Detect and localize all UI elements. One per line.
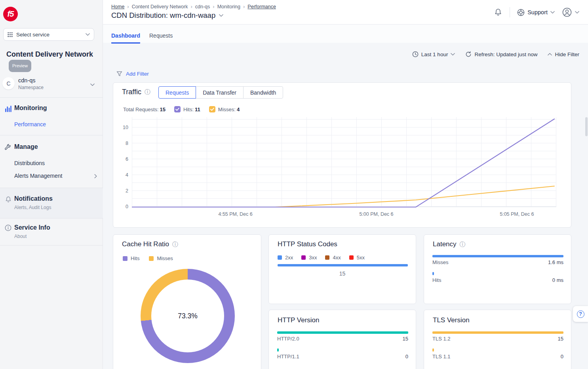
sidebar-item-notifications[interactable]: Notifications Alerts, Audit Logs bbox=[0, 188, 103, 219]
total-requests-stat: Total Requests:15 bbox=[123, 107, 166, 112]
sidebar-item-performance[interactable]: Performance bbox=[14, 121, 46, 127]
breadcrumb-item[interactable]: Home bbox=[111, 4, 124, 10]
cache-legend: HitsMisses bbox=[123, 255, 173, 261]
page-title: CDN Distribution: wm-cdn-waap bbox=[111, 11, 215, 20]
sidebar: f5 Select service Content Delivery Netwo… bbox=[0, 0, 103, 369]
metric-row-labels: HTTP/1.10 bbox=[277, 354, 408, 359]
question-mark-icon: ? bbox=[577, 310, 584, 318]
legend-label: 4xx bbox=[333, 255, 341, 261]
toggle-data-transfer[interactable]: Data Transfer bbox=[196, 86, 244, 99]
legend-swatch bbox=[149, 256, 154, 261]
lifebuoy-icon bbox=[517, 9, 525, 16]
bell-icon bbox=[5, 196, 12, 203]
cache-percentage: 73.3% bbox=[178, 312, 198, 320]
info-icon[interactable]: ⓘ bbox=[145, 88, 150, 96]
hide-filter-toggle[interactable]: Hide Filter bbox=[548, 51, 579, 57]
sidebar-item-distributions[interactable]: Distributions bbox=[14, 160, 45, 166]
legend-swatch bbox=[325, 255, 329, 260]
status-codes-title: HTTP Status Codes bbox=[278, 240, 337, 248]
add-filter-button[interactable]: Add Filter bbox=[116, 71, 149, 77]
hits-checkbox[interactable] bbox=[174, 106, 181, 112]
legend-label: 3xx bbox=[309, 255, 317, 261]
notifications-bell-icon[interactable] bbox=[494, 8, 502, 17]
divider bbox=[0, 218, 103, 219]
http-version-title: HTTP Version bbox=[278, 316, 320, 324]
app-grid-icon bbox=[8, 32, 13, 37]
series-line-hits bbox=[132, 119, 555, 207]
info-icon bbox=[5, 224, 11, 231]
legend-swatch bbox=[349, 255, 354, 260]
support-menu[interactable]: Support bbox=[517, 9, 555, 16]
status-codes-legend: 2xx3xx4xx5xx bbox=[278, 255, 365, 261]
scrollbar-thumb[interactable] bbox=[585, 117, 588, 136]
y-tick-label: 10 bbox=[113, 125, 128, 130]
f5-logo-text: f5 bbox=[8, 10, 14, 19]
x-tick-label: 5:05 PM, Dec 6 bbox=[500, 211, 534, 217]
http-version-bars: HTTP/2.015HTTP/1.10 bbox=[277, 331, 408, 366]
clock-icon bbox=[412, 51, 419, 57]
traffic-line-chart bbox=[132, 117, 556, 207]
notifications-sub: Alerts, Audit Logs bbox=[14, 205, 51, 210]
info-icon[interactable]: ⓘ bbox=[460, 241, 466, 248]
status-2xx-bar bbox=[278, 264, 408, 266]
metric-row-labels: Hits0 ms bbox=[432, 277, 563, 283]
add-filter-label: Add Filter bbox=[126, 71, 149, 77]
legend-item: Misses bbox=[149, 255, 173, 261]
metric-value: 0 bbox=[405, 354, 408, 359]
metric-row-labels: TLS 1.10 bbox=[432, 354, 563, 359]
select-service-label: Select service bbox=[16, 32, 82, 38]
divider bbox=[0, 97, 103, 98]
distribution-selector-chevron[interactable] bbox=[219, 14, 223, 17]
legend-swatch bbox=[301, 255, 306, 260]
latency-card: Latency ⓘ Misses1.6 msHits0 ms bbox=[424, 234, 571, 304]
metric-value: 15 bbox=[558, 336, 563, 342]
breadcrumb-item: Monitoring bbox=[217, 4, 240, 10]
refresh-label: Refresh: Updated just now bbox=[474, 51, 537, 57]
sidebar-item-alerts-management[interactable]: Alerts Management bbox=[14, 173, 62, 179]
divider bbox=[0, 245, 103, 245]
help-button[interactable]: ? bbox=[573, 306, 588, 322]
traffic-metric-toggle: Requests Data Transfer Bandwidth bbox=[158, 86, 283, 99]
toggle-bandwidth[interactable]: Bandwidth bbox=[243, 86, 283, 99]
metric-label: Hits bbox=[432, 277, 441, 283]
status-bar-value: 15 bbox=[269, 270, 416, 277]
latency-title: Latency bbox=[433, 240, 457, 248]
user-avatar-icon bbox=[562, 7, 572, 17]
metric-row-labels: HTTP/2.015 bbox=[277, 336, 408, 342]
legend-label: 5xx bbox=[357, 255, 365, 261]
f5-logo[interactable]: f5 bbox=[3, 7, 18, 21]
sidebar-item-monitoring[interactable]: Monitoring bbox=[14, 105, 47, 112]
legend-swatch bbox=[123, 256, 127, 261]
legend-item: 3xx bbox=[301, 255, 317, 261]
metric-value: 15 bbox=[403, 336, 408, 342]
tab-bar: Dashboard Requests bbox=[103, 25, 588, 43]
select-service-dropdown[interactable]: Select service bbox=[3, 28, 94, 41]
info-icon[interactable]: ⓘ bbox=[172, 241, 178, 248]
misses-checkbox[interactable] bbox=[209, 106, 215, 112]
app-root: f5 Select service Content Delivery Netwo… bbox=[0, 0, 588, 369]
y-tick-label: 0 bbox=[113, 204, 128, 209]
tls-version-card: TLS Version TLS 1.215TLS 1.10 bbox=[424, 310, 571, 369]
namespace-selector[interactable]: C cdn-qs Namespace bbox=[0, 76, 103, 93]
tab-requests[interactable]: Requests bbox=[149, 32, 173, 42]
legend-item: Hits bbox=[123, 255, 139, 261]
metric-bar bbox=[432, 331, 563, 334]
toggle-requests[interactable]: Requests bbox=[158, 86, 196, 99]
y-tick-label: 6 bbox=[113, 156, 128, 162]
metric-row-labels: TLS 1.215 bbox=[432, 336, 563, 342]
sidebar-item-manage: Manage bbox=[14, 143, 38, 150]
metric-value: 0 ms bbox=[552, 277, 563, 283]
latency-bars: Misses1.6 msHits0 ms bbox=[432, 255, 563, 290]
metric-value: 0 bbox=[561, 354, 563, 359]
metric-row-labels: Misses1.6 ms bbox=[432, 259, 563, 265]
metric-label: HTTP/2.0 bbox=[277, 336, 299, 342]
user-menu[interactable] bbox=[562, 7, 579, 17]
breadcrumb-item[interactable]: Performance bbox=[247, 4, 276, 10]
time-range-selector[interactable]: Last 1 hour bbox=[412, 51, 455, 57]
metric-label: TLS 1.2 bbox=[432, 336, 451, 342]
metric-bar bbox=[277, 331, 408, 334]
refresh-button[interactable]: Refresh: Updated just now bbox=[465, 51, 537, 57]
tab-dashboard[interactable]: Dashboard bbox=[111, 32, 140, 44]
chevron-down-icon bbox=[550, 11, 555, 14]
breadcrumb-separator: › bbox=[190, 4, 192, 10]
